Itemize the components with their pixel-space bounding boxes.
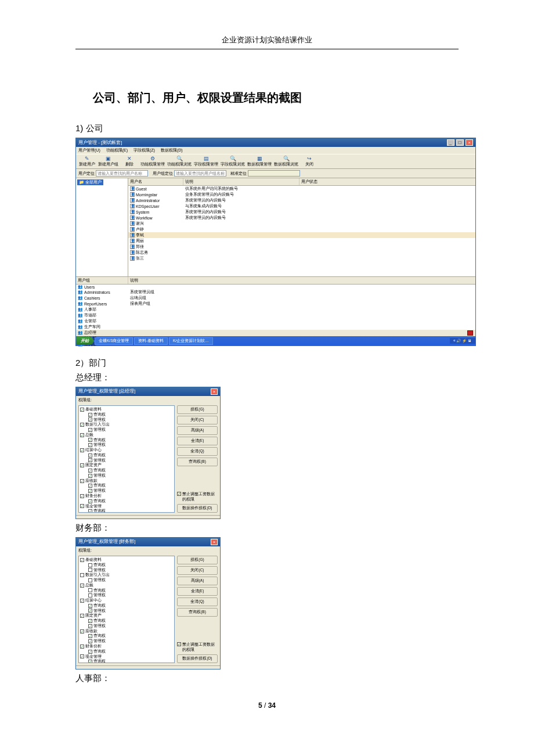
scrollbar[interactable]: [76, 515, 220, 519]
perm-tree-node[interactable]: 总账: [80, 433, 173, 438]
menu-item[interactable]: 功能权限(E): [106, 148, 128, 152]
checkbox-icon[interactable]: [88, 619, 92, 623]
col-status[interactable]: 用户状态: [300, 178, 475, 185]
checkbox-icon[interactable]: [88, 609, 92, 613]
perm-tree-node[interactable]: 数据引入引出: [80, 573, 173, 578]
permission-tree[interactable]: 基础资料查询权管理权数据引入引出管理权总账查询权管理权结算中心查询权管理权固定资…: [78, 405, 175, 513]
toolbar-button[interactable]: ✕删除: [121, 156, 138, 167]
perm-tree-node[interactable]: 应收款: [80, 629, 173, 634]
perm-tree-node[interactable]: 数据引入引出: [80, 422, 173, 427]
clear-all-button[interactable]: 全清(E): [177, 587, 218, 596]
perm-tree-node[interactable]: 查询权: [80, 618, 173, 624]
perm-tree-node[interactable]: 查询权: [80, 499, 173, 504]
perm-tree-node[interactable]: 应收款: [80, 478, 173, 484]
checkbox-icon[interactable]: [88, 624, 92, 628]
checkbox-icon[interactable]: [80, 494, 84, 498]
perm-tree-node[interactable]: 基础资料: [80, 407, 173, 412]
checkbox-icon[interactable]: [88, 438, 92, 442]
forbid-salary-check[interactable]: 禁止调整工资数据的权限: [177, 492, 218, 502]
clear-all-button-2[interactable]: 全清(Q): [177, 597, 218, 606]
checkbox-icon[interactable]: [88, 417, 92, 422]
table-row[interactable]: 👤卢静: [128, 226, 475, 232]
perm-tree-node[interactable]: 查询权: [80, 659, 173, 663]
permission-tree[interactable]: 基础资料查询权管理权数据引入引出管理权总账查询权管理权结算中心查询权管理权固定资…: [78, 556, 175, 663]
query-perm-button[interactable]: 查询权(B): [177, 608, 218, 617]
close-button[interactable]: 关闭(C): [177, 566, 218, 575]
toolbar-button[interactable]: ↪关闭: [301, 156, 318, 167]
perm-tree-node[interactable]: 管理权: [80, 578, 173, 583]
perm-tree-node[interactable]: 现金管理: [80, 654, 173, 660]
clear-all-button-2[interactable]: 全清(Q): [177, 447, 218, 456]
grant-button[interactable]: 授权(G): [177, 556, 218, 564]
perm-tree-node[interactable]: 查询权: [80, 483, 173, 488]
table-row[interactable]: 👤Morningstar业务系统管理员的内设账号: [128, 192, 475, 197]
checkbox-icon[interactable]: [80, 645, 84, 649]
checkbox-icon[interactable]: [88, 413, 92, 417]
menu-item[interactable]: 数据权限(D): [161, 148, 183, 152]
perm-tree-node[interactable]: 查询权: [80, 588, 173, 593]
gcol-name[interactable]: 用户组: [76, 277, 128, 284]
perm-tree-node[interactable]: 管理权: [80, 609, 173, 614]
group-row[interactable]: 👥Users: [76, 285, 475, 289]
search-input-exact[interactable]: [248, 170, 300, 177]
toolbar-button[interactable]: ▤字段权限管理: [194, 156, 218, 167]
checkbox-icon[interactable]: [80, 433, 84, 437]
checkbox-icon[interactable]: [88, 634, 92, 638]
table-row[interactable]: 👤陈志勇: [128, 250, 475, 255]
checkbox-icon[interactable]: [88, 578, 92, 582]
perm-tree-node[interactable]: 总账: [80, 583, 173, 588]
toolbar-button[interactable]: ⚙功能权限管理: [140, 156, 165, 167]
taskbar-item[interactable]: K/企业资源计划软…: [169, 337, 213, 345]
system-tray[interactable]: « 🔊 ⚡ 🖥: [450, 338, 475, 344]
checkbox-icon[interactable]: [80, 654, 84, 658]
perm-tree-node[interactable]: 查询权: [80, 633, 173, 639]
table-row[interactable]: 👤Administrator系统管理员的内设账号: [128, 197, 475, 203]
toolbar-button[interactable]: ✎新建用户: [78, 156, 96, 167]
checkbox-icon[interactable]: [88, 484, 92, 488]
perm-tree-node[interactable]: 基础资料: [80, 557, 173, 563]
table-row[interactable]: 👤Guest供系统外用户访问系统的账号: [128, 186, 475, 192]
checkbox-icon[interactable]: [80, 558, 84, 562]
table-row[interactable]: 👤KDSpecUser与系统集成内设账号: [128, 203, 475, 209]
checkbox-icon[interactable]: [88, 499, 92, 503]
close-icon[interactable]: ×: [211, 388, 218, 395]
advanced-button[interactable]: 高级(A): [177, 426, 218, 435]
checkbox-icon[interactable]: [80, 479, 84, 483]
scrollbar[interactable]: [76, 665, 220, 669]
checkbox-icon[interactable]: [177, 642, 181, 646]
perm-tree-node[interactable]: 查询权: [80, 412, 173, 417]
group-row[interactable]: 👥生产车间: [76, 324, 475, 330]
close-button[interactable]: ×: [466, 139, 473, 146]
toolbar-button[interactable]: 🔍数据权限浏览: [274, 156, 298, 167]
checkbox-icon[interactable]: [88, 563, 92, 567]
checkbox-icon[interactable]: [88, 568, 92, 572]
search-input-user[interactable]: [96, 170, 148, 177]
start-button[interactable]: 开始: [76, 337, 93, 345]
checkbox-icon[interactable]: [88, 469, 92, 473]
perm-tree-node[interactable]: 管理权: [80, 458, 173, 463]
table-row[interactable]: 👤周丽: [128, 238, 475, 244]
group-row[interactable]: 👥总经理: [76, 330, 475, 336]
perm-tree-node[interactable]: 查询权: [80, 649, 173, 654]
perm-tree-node[interactable]: 管理权: [80, 639, 173, 644]
checkbox-icon[interactable]: [88, 639, 92, 643]
perm-tree-node[interactable]: 财务分析: [80, 494, 173, 499]
perm-tree-node[interactable]: 管理权: [80, 473, 173, 478]
checkbox-icon[interactable]: [88, 604, 92, 608]
query-perm-button[interactable]: 查询权(B): [177, 458, 218, 466]
perm-tree-node[interactable]: 结算中心: [80, 448, 173, 453]
table-row[interactable]: 👤System系统管理员的内设账号: [128, 209, 475, 215]
perm-tree-node[interactable]: 现金管理: [80, 504, 173, 509]
table-row[interactable]: 👤李斌: [128, 232, 475, 238]
maximize-button[interactable]: □: [456, 139, 464, 146]
group-row[interactable]: 👥仓管部: [76, 318, 475, 324]
perm-tree-node[interactable]: 查询权: [80, 603, 173, 609]
perm-tree-node[interactable]: 管理权: [80, 427, 173, 433]
col-username[interactable]: 用户名: [128, 178, 183, 185]
perm-tree-node[interactable]: 管理权: [80, 417, 173, 423]
checkbox-icon[interactable]: [88, 509, 92, 513]
toolbar-button[interactable]: ▦数据权限管理: [247, 156, 272, 167]
checkbox-icon[interactable]: [88, 489, 92, 493]
perm-tree-node[interactable]: 结算中心: [80, 598, 173, 603]
checkbox-icon[interactable]: [80, 584, 84, 588]
